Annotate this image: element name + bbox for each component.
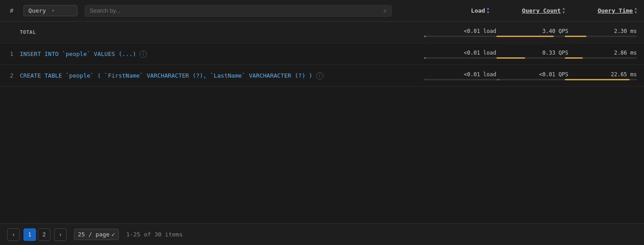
qps-value: 0.33 QPS <box>542 50 568 56</box>
chevron-down-icon: ▾ <box>52 8 73 13</box>
row-load: <0.01 load <box>406 28 496 37</box>
ms-value: 2.30 ms <box>614 28 637 34</box>
query-count-column-header[interactable]: Query Count ▲ ▼ <box>493 7 565 14</box>
page-2-button[interactable]: 2 <box>38 228 50 241</box>
row-index: 2 <box>4 72 20 79</box>
table-header: # Query ▾ ⌕ Load ▲ ▼ Query Count ▲ ▼ Que… <box>0 0 644 22</box>
query-dropdown-label: Query <box>28 7 49 14</box>
next-page-button[interactable]: › <box>54 228 67 241</box>
load-column-header[interactable]: Load ▲ ▼ <box>399 7 489 14</box>
table-row: 2 CREATE TABLE `people` ( `FirstName` VA… <box>0 65 644 87</box>
info-icon[interactable]: i <box>316 72 323 79</box>
table-row: 1 INSERT INTO `people` VALUES (...) i <0… <box>0 43 644 65</box>
load-bar <box>424 79 425 80</box>
ms-bar-container <box>565 79 637 80</box>
query-time-sort-arrows[interactable]: ▲ ▼ <box>635 7 637 14</box>
search-input[interactable] <box>90 7 381 14</box>
pagination-footer: ‹ 12 › 25 / page ✓ 1-25 of 30 items <box>0 223 644 245</box>
per-page-label: 25 / page <box>78 231 109 238</box>
sort-down-icon: ▼ <box>635 11 637 14</box>
ms-value: 2.86 ms <box>614 50 637 56</box>
query-count-sort-arrows[interactable]: ▲ ▼ <box>562 7 565 14</box>
search-icon: ⌕ <box>383 7 387 14</box>
load-value: <0.01 load <box>464 71 496 78</box>
row-load: <0.01 load <box>406 50 496 59</box>
ms-bar <box>565 79 630 80</box>
search-area: ⌕ <box>85 5 392 17</box>
ms-bar <box>565 36 586 37</box>
load-bar <box>424 57 426 59</box>
per-page-dropdown[interactable]: 25 / page ✓ <box>74 229 119 240</box>
load-bar <box>424 36 426 37</box>
qps-bar-container <box>496 57 568 59</box>
load-bar-container <box>424 57 496 59</box>
qps-value: 3.40 QPS <box>542 28 568 34</box>
qps-bar-container <box>496 36 568 37</box>
row-query-time: 22.65 ms <box>568 71 640 80</box>
row-index: 1 <box>4 51 20 57</box>
query-time-column-header[interactable]: Query Time ▲ ▼ <box>568 7 640 14</box>
query-dropdown[interactable]: Query ▾ <box>23 5 77 16</box>
row-query-count: 3.40 QPS <box>496 28 568 37</box>
per-page-chevron-icon: ✓ <box>111 231 115 238</box>
page-1-button[interactable]: 1 <box>23 228 36 241</box>
row-query-time: 2.30 ms <box>568 28 640 37</box>
query-time-label[interactable]: Query Time <box>598 7 633 14</box>
prev-page-button[interactable]: ‹ <box>7 228 20 241</box>
table-body: TOTAL <0.01 load 3.40 QPS 2.30 ms 1 INSE… <box>0 22 644 223</box>
ms-bar <box>565 57 583 59</box>
load-bar-container <box>424 36 496 37</box>
load-value: <0.01 load <box>464 28 496 34</box>
sort-up-icon: ▲ <box>635 7 637 10</box>
row-query-count: 0.33 QPS <box>496 50 568 59</box>
query-text[interactable]: INSERT INTO `people` VALUES (...) <box>20 51 136 57</box>
query-text: TOTAL <box>20 29 36 35</box>
row-query-count: <0.01 QPS <box>496 71 568 80</box>
qps-bar <box>496 79 500 80</box>
row-query-time: 2.86 ms <box>568 50 640 59</box>
sort-up-icon: ▲ <box>487 7 489 10</box>
qps-bar <box>496 57 525 59</box>
row-query: INSERT INTO `people` VALUES (...) i <box>20 51 406 58</box>
load-bar-container <box>424 79 496 80</box>
items-info: 1-25 of 30 items <box>126 231 182 238</box>
qps-bar-container <box>496 79 568 80</box>
row-query: TOTAL <box>20 29 406 35</box>
sort-down-icon: ▼ <box>562 11 565 14</box>
hash-column-header: # <box>4 7 20 14</box>
sort-up-icon: ▲ <box>562 7 565 10</box>
row-load: <0.01 load <box>406 71 496 80</box>
table-row: TOTAL <0.01 load 3.40 QPS 2.30 ms <box>0 22 644 43</box>
ms-bar-container <box>565 36 637 37</box>
row-query: CREATE TABLE `people` ( `FirstName` VARC… <box>20 72 406 79</box>
qps-value: <0.01 QPS <box>539 71 568 78</box>
qps-bar <box>496 36 554 37</box>
ms-bar-container <box>565 57 637 59</box>
query-count-label[interactable]: Query Count <box>522 7 561 14</box>
ms-value: 22.65 ms <box>611 71 637 78</box>
load-label: Load <box>471 7 485 14</box>
query-text[interactable]: CREATE TABLE `people` ( `FirstName` VARC… <box>20 72 313 79</box>
load-value: <0.01 load <box>464 50 496 56</box>
info-icon[interactable]: i <box>140 51 147 58</box>
load-sort-arrows[interactable]: ▲ ▼ <box>487 7 489 14</box>
sort-down-icon: ▼ <box>487 11 489 14</box>
